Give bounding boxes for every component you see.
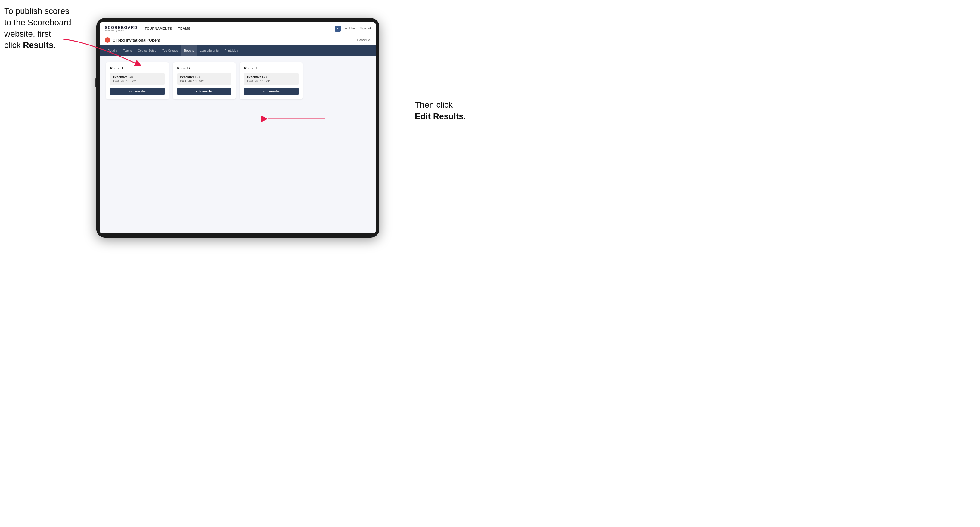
course-name-3: Peachtree GC	[247, 76, 296, 79]
rounds-grid: Round 1 Peachtree GC Gold (M) (7010 yds)…	[106, 62, 370, 99]
cancel-button[interactable]: Cancel ✕	[357, 38, 371, 42]
nav-right: T Test User | Sign out	[335, 25, 371, 32]
nav-teams[interactable]: TEAMS	[178, 25, 191, 32]
tournament-title-area: C Clippd Invitational (Open)	[105, 37, 160, 43]
tab-tee-groups[interactable]: Tee Groups	[159, 45, 181, 56]
tournament-icon: C	[105, 37, 110, 43]
navbar: SCOREBOARD Powered by clippd TOURNAMENTS…	[100, 22, 375, 35]
tournament-header: C Clippd Invitational (Open) Cancel ✕	[100, 35, 375, 45]
edit-results-button-1[interactable]: Edit Results	[110, 88, 165, 95]
course-card-1: Peachtree GC Gold (M) (7010 yds)	[110, 73, 165, 85]
course-details-2: Gold (M) (7010 yds)	[180, 79, 229, 83]
round-2-title: Round 2	[177, 67, 232, 70]
tournament-title: Clippd Invitational (Open)	[113, 38, 160, 43]
tab-printables[interactable]: Printables	[221, 45, 241, 56]
logo-scoreboard: SCOREBOARD	[105, 25, 138, 30]
nav-links: TOURNAMENTS TEAMS	[145, 25, 335, 32]
round-card-3: Round 3 Peachtree GC Gold (M) (7010 yds)…	[240, 62, 303, 99]
user-avatar: T	[335, 25, 341, 32]
round-card-2: Round 2 Peachtree GC Gold (M) (7010 yds)…	[173, 62, 236, 99]
round-card-1: Round 1 Peachtree GC Gold (M) (7010 yds)…	[106, 62, 169, 99]
course-name-1: Peachtree GC	[113, 76, 162, 79]
user-label: Test User |	[343, 27, 358, 30]
instruction-left: To publish scores to the Scoreboard webs…	[4, 5, 86, 51]
tab-navigation: Details Teams Course Setup Tee Groups Re…	[100, 45, 375, 56]
main-content: Round 1 Peachtree GC Gold (M) (7010 yds)…	[100, 56, 375, 233]
course-details-1: Gold (M) (7010 yds)	[113, 79, 162, 83]
tab-course-setup[interactable]: Course Setup	[135, 45, 159, 56]
course-card-3: Peachtree GC Gold (M) (7010 yds)	[244, 73, 299, 85]
instruction-right: Then click Edit Results.	[415, 99, 484, 122]
course-card-2: Peachtree GC Gold (M) (7010 yds)	[177, 73, 232, 85]
tab-results[interactable]: Results	[181, 45, 197, 56]
nav-tournaments[interactable]: TOURNAMENTS	[145, 25, 172, 32]
course-details-3: Gold (M) (7010 yds)	[247, 79, 296, 83]
tab-details[interactable]: Details	[105, 45, 120, 56]
signout-link[interactable]: Sign out	[360, 27, 371, 30]
tab-leaderboards[interactable]: Leaderboards	[197, 45, 221, 56]
tablet-screen: SCOREBOARD Powered by clippd TOURNAMENTS…	[100, 22, 375, 233]
tab-teams[interactable]: Teams	[120, 45, 135, 56]
round-3-title: Round 3	[244, 67, 299, 70]
logo-sub: Powered by clippd	[105, 30, 138, 32]
round-1-title: Round 1	[110, 67, 165, 70]
logo-area: SCOREBOARD Powered by clippd	[105, 25, 138, 32]
edit-results-button-2[interactable]: Edit Results	[177, 88, 232, 95]
course-name-2: Peachtree GC	[180, 76, 229, 79]
tablet-device: SCOREBOARD Powered by clippd TOURNAMENTS…	[96, 18, 379, 238]
tablet-side-button	[95, 78, 96, 87]
edit-results-button-3[interactable]: Edit Results	[244, 88, 299, 95]
